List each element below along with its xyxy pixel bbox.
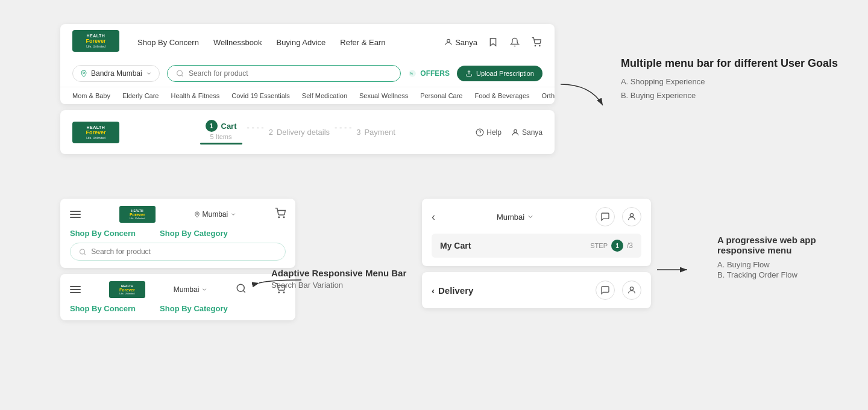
mobile-search-icon-2[interactable] xyxy=(236,283,247,296)
annotation-top-title: Multiple menu bar for different User Goa… xyxy=(621,57,838,70)
help-button[interactable]: Help xyxy=(476,128,502,137)
hamburger-icon[interactable] xyxy=(70,211,81,218)
mobile-logo-1: HEALTH Forever Life. Unlimited xyxy=(119,206,156,223)
checkout-card: HEALTH Forever Life. Unlimited 1 Cart 5 … xyxy=(60,110,555,154)
mobile-location-text-1: Mumbai xyxy=(203,210,228,219)
cat-food-beverages[interactable]: Food & Beverages xyxy=(474,92,529,99)
svg-point-12 xyxy=(196,213,198,215)
help-label: Help xyxy=(486,128,502,137)
svg-point-1 xyxy=(535,45,535,46)
svg-point-20 xyxy=(283,292,285,293)
nav-user[interactable]: Sanya xyxy=(444,38,477,47)
nav-refer-earn[interactable]: Refer & Earn xyxy=(340,38,385,47)
pwa-card-delivery: ‹ Delivery xyxy=(422,272,651,308)
cat-ortho-belts[interactable]: Ortho Belts xyxy=(542,92,555,99)
svg-point-4 xyxy=(177,70,182,76)
nav-buying-advice[interactable]: Buying Advice xyxy=(277,38,326,47)
pwa-chat-icon[interactable] xyxy=(596,207,615,226)
svg-point-17 xyxy=(237,284,244,291)
search-bar-desktop[interactable] xyxy=(167,65,401,82)
delivery-label: Delivery xyxy=(438,285,473,296)
checkout-logo-health: HEALTH xyxy=(87,125,105,129)
nav-icons: Sanya xyxy=(444,36,542,48)
hamburger-icon-2[interactable] xyxy=(70,286,81,293)
cart-icon-desktop[interactable] xyxy=(530,36,542,48)
step1-sub: 5 Items xyxy=(210,133,231,140)
svg-line-16 xyxy=(84,253,85,254)
bookmark-icon[interactable] xyxy=(487,36,499,48)
user-icon xyxy=(444,38,453,46)
cat-sexual-wellness[interactable]: Sexual Wellness xyxy=(359,92,408,99)
notification-icon[interactable] xyxy=(509,36,521,48)
checkout-user-name: Sanya xyxy=(522,128,542,137)
pwa-user-icon[interactable] xyxy=(622,207,641,226)
mobile-card-2: HEALTH Forever Life. Unlimited Mumbai Sh… xyxy=(60,274,295,320)
checkout-logo-forever: Forever xyxy=(86,129,105,135)
cat-health-fitness[interactable]: Health & Fitness xyxy=(171,92,220,99)
mobile-location-1[interactable]: Mumbai xyxy=(194,210,237,219)
pwa-location[interactable]: Mumbai xyxy=(497,213,534,222)
svg-line-18 xyxy=(244,290,245,292)
logo-desktop: HEALTH Forever Life. Unlimited xyxy=(72,30,119,54)
mobile-location-2[interactable]: Mumbai xyxy=(174,285,208,294)
checkout-step2: 2 Delivery details xyxy=(269,128,330,137)
pwa-top-bar-1: ‹ Mumbai xyxy=(432,207,641,226)
offers-button[interactable]: % OFFERS xyxy=(408,69,450,78)
mobile-shop-concern-2[interactable]: Shop By Concern xyxy=(70,304,136,313)
pwa-top-bar-2: ‹ Delivery xyxy=(432,281,641,300)
upload-icon xyxy=(465,70,473,77)
mobile-shop-concern-1[interactable]: Shop By Concern xyxy=(70,229,136,238)
mobile-shop-category-1[interactable]: Shop By Category xyxy=(160,229,228,238)
search-input[interactable] xyxy=(189,69,392,78)
svg-point-21 xyxy=(630,214,633,217)
location-text: Bandra Mumbai xyxy=(91,69,142,78)
annotation-top-line-b: B. Buying Experience xyxy=(621,90,838,102)
step3-label: Payment xyxy=(364,128,395,137)
step3-number: 3 xyxy=(356,128,360,137)
pwa-chat-icon-2[interactable] xyxy=(596,281,615,300)
nav-wellnessbook[interactable]: Wellnessbook xyxy=(213,38,262,47)
offers-label: OFFERS xyxy=(420,69,450,78)
logo-forever-text: Forever xyxy=(86,38,105,44)
mobile-search-bar[interactable] xyxy=(70,243,286,261)
svg-point-11 xyxy=(514,129,517,132)
mobile-nav-links-2: Shop By Concern Shop By Category xyxy=(70,304,286,313)
mobile-top-bar-1: HEALTH Forever Life. Unlimited Mumbai xyxy=(70,206,286,223)
nav-shop-by-concern[interactable]: Shop By Concern xyxy=(137,38,199,47)
search-location-row: Bandra Mumbai % OFFERS Upload Prescripti… xyxy=(60,60,555,87)
cat-personal-care[interactable]: Personal Care xyxy=(420,92,462,99)
cat-mom-baby[interactable]: Mom & Baby xyxy=(72,92,110,99)
pwa-user-icon-2[interactable] xyxy=(622,281,641,300)
location-selector[interactable]: Bandra Mumbai xyxy=(72,65,160,82)
checkout-right: Help Sanya xyxy=(476,128,542,137)
mobile-search-input[interactable] xyxy=(91,247,277,256)
svg-point-22 xyxy=(630,287,633,290)
annotation-middle-title: Adaptive Responsive Menu Bar xyxy=(271,268,406,278)
checkout-step1: 1 Cart 5 Items xyxy=(200,120,242,144)
mobile-shop-category-2[interactable]: Shop By Category xyxy=(160,304,228,313)
pwa-icons xyxy=(596,207,641,226)
svg-point-14 xyxy=(283,217,285,218)
location-icon xyxy=(80,70,87,77)
pwa-step-number: 1 xyxy=(611,240,623,252)
pwa-cart-title: My Cart xyxy=(440,241,471,250)
pwa-step-label: STEP xyxy=(590,242,608,249)
cat-covid[interactable]: Covid 19 Essentials xyxy=(231,92,290,99)
pwa-back-button-1[interactable]: ‹ xyxy=(432,211,435,223)
annotation-middle-line-a: Search Bar Variation xyxy=(271,281,406,290)
checkout-steps: 1 Cart 5 Items - - - - 2 Delivery detail… xyxy=(119,120,476,144)
pwa-icons-2 xyxy=(596,281,641,300)
cat-elderly[interactable]: Elderly Care xyxy=(122,92,159,99)
svg-point-15 xyxy=(80,249,85,253)
cat-self-medication[interactable]: Self Medication xyxy=(302,92,347,99)
svg-point-19 xyxy=(278,292,280,293)
nav-links: Shop By Concern Wellnessbook Buying Advi… xyxy=(137,38,426,47)
pwa-back-delivery[interactable]: ‹ Delivery xyxy=(432,285,473,296)
step2-number: 2 xyxy=(269,128,273,137)
svg-point-13 xyxy=(278,217,280,218)
upload-prescription-button[interactable]: Upload Prescription xyxy=(457,66,542,81)
pwa-section: ‹ Mumbai My Cart STEP 1 /3 xyxy=(422,199,651,308)
mobile-cart-icon-1[interactable] xyxy=(275,208,286,221)
checkout-step3: 3 Payment xyxy=(356,128,395,137)
annotation-bottom-title: A progressive web app responsive menu xyxy=(717,235,838,255)
